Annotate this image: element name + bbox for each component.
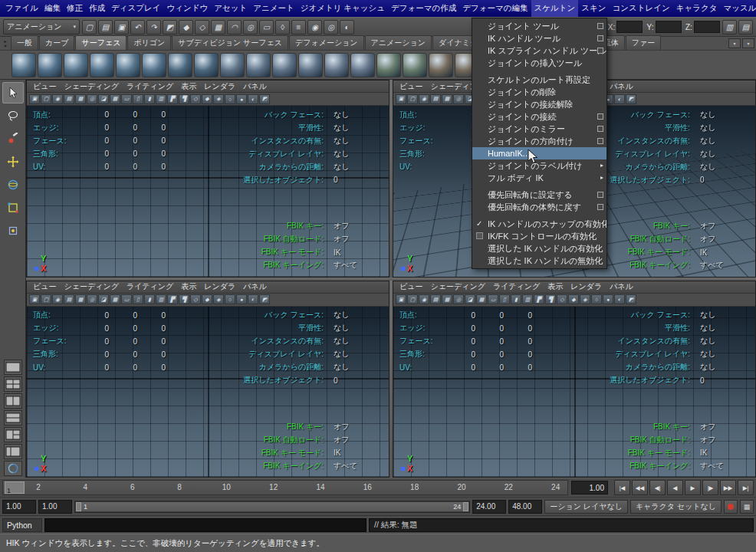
trim-icon[interactable] <box>429 53 453 77</box>
step-forward-frame-button[interactable]: ▶▶ <box>720 480 736 495</box>
two-pane-stacked-layout-button[interactable] <box>4 410 22 426</box>
save-scene-icon[interactable]: ▣ <box>114 20 129 34</box>
shadows-icon[interactable]: ● <box>603 294 613 304</box>
menu-item[interactable]: ジョイントの接続 ▸ <box>472 110 606 123</box>
boundary-icon[interactable] <box>350 53 375 77</box>
textured-icon[interactable]: ◈ <box>213 294 224 304</box>
four-pane-layout-button[interactable] <box>4 376 22 392</box>
nurbs-cylinder-icon[interactable] <box>64 53 88 77</box>
single-pane-layout-button[interactable] <box>4 360 22 375</box>
make-live-icon[interactable]: ◊ <box>275 20 290 34</box>
bookmark-icon[interactable]: ▤ <box>430 294 441 304</box>
panel-menu-item[interactable]: パネル <box>239 281 271 293</box>
playback-end-field[interactable] <box>472 500 506 514</box>
lights-icon[interactable]: ○ <box>225 294 235 304</box>
film-gate-icon[interactable]: ▭ <box>121 294 132 304</box>
xray-icon[interactable]: ◐ <box>248 94 258 104</box>
auto-keyframe-toggle[interactable] <box>724 500 738 514</box>
menubar-item[interactable]: アセット <box>211 0 250 17</box>
shaded-icon[interactable]: ◆ <box>202 94 212 104</box>
step-forward-key-button[interactable]: |▶ <box>702 480 718 495</box>
image-plane-icon[interactable]: ▦ <box>442 294 452 304</box>
command-language-toggle[interactable]: Python <box>2 518 42 532</box>
go-to-end-button[interactable]: ▶| <box>738 480 754 495</box>
image-plane-icon[interactable]: ▦ <box>442 94 452 104</box>
range-end-handle[interactable] <box>463 502 468 511</box>
xray-icon[interactable]: ◐ <box>614 94 625 104</box>
shelf-tab[interactable]: ポリゴン <box>127 35 171 50</box>
safe-action-icon[interactable]: ▛ <box>167 94 178 104</box>
panel-menu-item[interactable]: ビュー <box>396 80 426 93</box>
scale-tool[interactable] <box>2 197 24 219</box>
bevel-plus-icon[interactable] <box>403 53 427 77</box>
planar-icon[interactable] <box>272 53 297 77</box>
current-time-field[interactable] <box>571 481 608 495</box>
menubar-item[interactable]: コンストレイン <box>610 0 673 17</box>
option-box-icon[interactable] <box>597 192 603 198</box>
rotate-tool[interactable] <box>2 174 24 196</box>
resolution-gate-icon[interactable]: ▯ <box>499 294 510 304</box>
play-backwards-button[interactable]: ◀ <box>667 480 683 495</box>
step-back-frame-button[interactable]: ◀◀ <box>632 480 648 495</box>
menu-item[interactable]: フル ボディ IK ▸ <box>472 172 606 184</box>
lights-icon[interactable]: ○ <box>591 294 602 304</box>
isolate-select-icon[interactable]: ◩ <box>259 94 270 104</box>
textured-icon[interactable]: ◈ <box>580 294 590 304</box>
panel-menu-item[interactable]: レンダラ <box>200 80 239 93</box>
select-by-object-icon[interactable]: ◆ <box>179 20 193 34</box>
panel-menu-item[interactable]: ビュー <box>29 80 60 93</box>
isolate-select-icon[interactable]: ◩ <box>259 294 270 304</box>
camera-attributes-icon[interactable]: ◉ <box>419 94 429 104</box>
select-camera-icon[interactable]: ▣ <box>396 94 406 104</box>
image-plane-icon[interactable]: ▦ <box>75 94 86 104</box>
snap-to-point-icon[interactable]: ◎ <box>243 20 258 34</box>
channel-box-toggle-icon[interactable]: ▥ <box>722 20 737 34</box>
birail-icon[interactable] <box>324 53 349 77</box>
persp-outliner-layout-button[interactable] <box>4 444 22 459</box>
animation-end-field[interactable] <box>508 500 542 514</box>
snap-to-curve-icon[interactable]: ◠ <box>227 20 242 34</box>
bookmark-icon[interactable]: ▤ <box>430 94 441 104</box>
select-camera-icon[interactable]: ▣ <box>29 294 40 304</box>
panel-menu-item[interactable]: パネル <box>606 281 637 293</box>
shelf-tab[interactable]: デフォメーション <box>289 35 364 50</box>
snap-to-grid-icon[interactable]: ▦ <box>211 20 225 34</box>
menu-item[interactable]: ジョイントの削除 ▸ <box>472 86 606 98</box>
lasso-select-tool[interactable] <box>2 105 24 127</box>
menubar-item[interactable]: ウィンドウ <box>163 0 211 17</box>
menu-item[interactable]: IK ハンドル ツール ▸ <box>472 32 606 44</box>
menu-item[interactable]: 優先回転角の体勢に戻す ▸ <box>472 201 606 213</box>
isolate-select-icon[interactable]: ◩ <box>626 294 636 304</box>
menubar-item[interactable]: デフォーマの編集 <box>459 0 531 17</box>
shelf-menu-icon[interactable]: ▾ <box>4 44 6 48</box>
panel-menu-item[interactable]: 表示 <box>544 281 567 293</box>
menubar-item[interactable]: キャラクタ <box>673 0 721 17</box>
textured-icon[interactable]: ◈ <box>213 94 224 104</box>
undo-icon[interactable]: ↶ <box>130 20 145 34</box>
menubar-item[interactable]: デフォーマの作成 <box>388 0 459 17</box>
panel-menu-item[interactable]: ビュー <box>29 281 60 293</box>
xray-icon[interactable]: ◐ <box>614 294 625 304</box>
option-box-icon[interactable] <box>597 48 603 54</box>
x-coordinate-input[interactable] <box>616 21 643 33</box>
open-scene-icon[interactable]: ▤ <box>98 20 113 34</box>
extrude-icon[interactable] <box>298 53 323 77</box>
character-set-selector[interactable]: キャラクタ セットなし <box>630 500 721 514</box>
go-to-start-button[interactable]: |◀ <box>614 480 630 495</box>
playback-start-field[interactable] <box>38 500 72 514</box>
panel-menu-item[interactable]: パネル <box>606 80 637 93</box>
menu-item[interactable]: IK ハンドルのスナップの有効化 ▸ <box>472 218 606 230</box>
gate-mask-icon[interactable]: ▮ <box>511 294 521 304</box>
menubar-item[interactable]: 編集 <box>41 0 64 17</box>
nurbs-cone-icon[interactable] <box>90 53 114 77</box>
shaded-icon[interactable]: ◆ <box>202 294 212 304</box>
panel-menu-item[interactable]: ビュー <box>396 281 426 293</box>
menu-item[interactable]: 選択した IK ハンドルの有効化 ▸ <box>472 242 606 255</box>
camera-attributes-icon[interactable]: ◉ <box>52 294 63 304</box>
nurbs-plane-icon[interactable] <box>116 53 140 77</box>
shelf-tab[interactable]: ファー <box>626 35 661 50</box>
2d-pan-zoom-icon[interactable]: ◎ <box>453 294 464 304</box>
custom-layout-button[interactable] <box>4 461 22 476</box>
select-tool[interactable] <box>2 82 24 104</box>
image-plane-icon[interactable]: ▦ <box>75 294 86 304</box>
